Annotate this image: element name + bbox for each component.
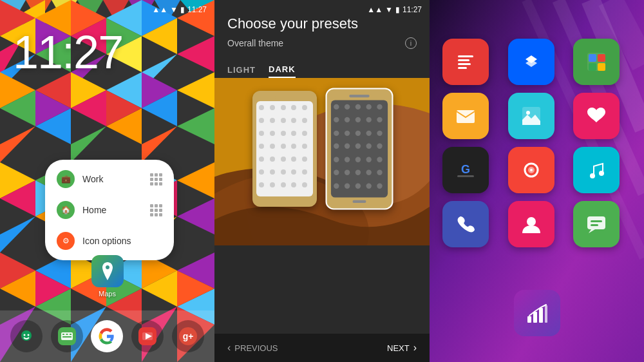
status-bar-middle: ▲▲ ▼ ▮ 11:27 bbox=[367, 5, 422, 14]
svg-rect-129 bbox=[587, 216, 605, 229]
maps-icon bbox=[91, 255, 124, 287]
info-icon: i bbox=[405, 37, 417, 49]
app-stats[interactable] bbox=[514, 290, 560, 336]
svg-rect-95 bbox=[70, 334, 71, 335]
camera-icon bbox=[520, 158, 543, 182]
tab-light[interactable]: LIGHT bbox=[227, 65, 256, 77]
grid-icon-work bbox=[150, 173, 162, 186]
google-plus-icon: g+ bbox=[179, 327, 197, 345]
dock-hangouts[interactable] bbox=[10, 320, 43, 352]
home-icon: 🏠 bbox=[57, 201, 75, 219]
maps-svg bbox=[96, 260, 119, 283]
youtube-icon bbox=[138, 327, 156, 345]
chevron-left-icon: ‹ bbox=[227, 342, 231, 354]
svg-rect-136 bbox=[545, 305, 547, 323]
bottom-navigation: ‹ PREVIOUS NEXT › bbox=[214, 334, 430, 362]
email-icon bbox=[454, 104, 477, 128]
phones-container bbox=[214, 78, 430, 220]
signal-icon: ▲▲ bbox=[152, 5, 167, 14]
menu-item-work[interactable]: 💼 Work bbox=[45, 164, 174, 195]
app-music[interactable] bbox=[573, 147, 620, 193]
svg-point-90 bbox=[28, 334, 30, 336]
wifi-icon-mid: ▼ bbox=[385, 5, 393, 14]
dock-keyboard[interactable] bbox=[51, 320, 83, 352]
app-tasks[interactable] bbox=[442, 39, 489, 85]
phone-light bbox=[252, 91, 317, 207]
right-panel: G bbox=[430, 0, 644, 362]
svg-rect-132 bbox=[591, 224, 598, 226]
app-phone[interactable] bbox=[442, 201, 489, 247]
svg-rect-112 bbox=[458, 67, 467, 69]
svg-point-126 bbox=[590, 173, 595, 178]
middle-panel: ▲▲ ▼ ▮ 11:27 Choose your presets Overall… bbox=[214, 0, 430, 362]
dock-youtube[interactable] bbox=[131, 320, 164, 352]
phone-dark bbox=[326, 88, 393, 210]
svg-rect-96 bbox=[62, 336, 71, 338]
dock: g+ bbox=[0, 310, 214, 362]
work-label: Work bbox=[82, 174, 103, 184]
wifi-icon: ▼ bbox=[170, 5, 178, 14]
menu-item-icon-options[interactable]: ⚙ Icon options bbox=[45, 225, 174, 256]
next-button[interactable]: NEXT › bbox=[387, 342, 417, 354]
tab-dark[interactable]: DARK bbox=[269, 64, 296, 78]
svg-point-127 bbox=[599, 171, 604, 176]
music-icon bbox=[585, 158, 608, 182]
svg-rect-94 bbox=[66, 334, 68, 335]
app-contacts[interactable] bbox=[508, 201, 554, 247]
svg-rect-114 bbox=[589, 54, 596, 62]
messages-icon bbox=[585, 213, 608, 236]
app-google-photos[interactable] bbox=[573, 39, 620, 85]
dropbox-icon bbox=[520, 50, 543, 73]
dock-google-plus[interactable]: g+ bbox=[172, 320, 204, 352]
signal-icon-mid: ▲▲ bbox=[367, 5, 383, 14]
app-health[interactable] bbox=[573, 93, 620, 139]
svg-point-120 bbox=[526, 111, 530, 115]
svg-marker-130 bbox=[589, 229, 595, 233]
svg-point-89 bbox=[24, 334, 26, 336]
svg-rect-109 bbox=[458, 55, 473, 57]
svg-text:G: G bbox=[461, 163, 470, 176]
next-label: NEXT bbox=[387, 343, 410, 353]
svg-point-128 bbox=[527, 217, 536, 226]
context-menu: 💼 Work 🏠 Home ⚙ Icon options bbox=[45, 160, 174, 260]
svg-text:g+: g+ bbox=[182, 331, 193, 341]
clock: 11:27 bbox=[13, 26, 122, 79]
menu-item-home[interactable]: 🏠 Home bbox=[45, 195, 174, 225]
dock-google[interactable] bbox=[91, 320, 123, 352]
theme-subtitle: Overall theme i bbox=[227, 37, 417, 49]
bottom-app-container bbox=[514, 290, 560, 336]
time-middle: 11:27 bbox=[402, 5, 422, 14]
settings-icon: ⚙ bbox=[57, 232, 75, 250]
contacts-icon bbox=[520, 213, 543, 236]
previous-button[interactable]: ‹ PREVIOUS bbox=[227, 342, 278, 354]
icon-options-label: Icon options bbox=[82, 236, 131, 246]
svg-rect-116 bbox=[589, 63, 596, 71]
app-messages[interactable] bbox=[573, 201, 620, 247]
phone-icon bbox=[454, 213, 477, 236]
app-grid: G bbox=[442, 39, 631, 247]
gboard-icon: G bbox=[454, 158, 477, 182]
app-email[interactable] bbox=[442, 93, 489, 139]
photos-icon bbox=[585, 50, 608, 73]
app-dropbox[interactable] bbox=[508, 39, 554, 85]
health-icon bbox=[585, 104, 608, 128]
phone-home-dark bbox=[353, 200, 366, 203]
maps-label: Maps bbox=[99, 290, 116, 298]
keyboard-icon bbox=[58, 327, 76, 345]
svg-rect-111 bbox=[458, 63, 471, 65]
work-icon: 💼 bbox=[57, 170, 75, 188]
time-left: 11:27 bbox=[187, 5, 207, 14]
app-gallery[interactable] bbox=[508, 93, 554, 139]
home-label: Home bbox=[82, 205, 106, 215]
battery-icon-mid: ▮ bbox=[395, 5, 400, 14]
grid-icon-home bbox=[150, 204, 162, 216]
svg-rect-93 bbox=[62, 334, 64, 335]
maps-app[interactable]: Maps bbox=[91, 255, 124, 298]
phone-notch-light bbox=[275, 96, 294, 99]
theme-tabs: LIGHT DARK bbox=[214, 59, 430, 78]
svg-rect-135 bbox=[539, 308, 543, 323]
screen-light bbox=[256, 101, 313, 196]
app-camera[interactable] bbox=[508, 147, 554, 193]
app-gboard[interactable]: G bbox=[442, 147, 489, 193]
svg-rect-117 bbox=[598, 63, 605, 71]
